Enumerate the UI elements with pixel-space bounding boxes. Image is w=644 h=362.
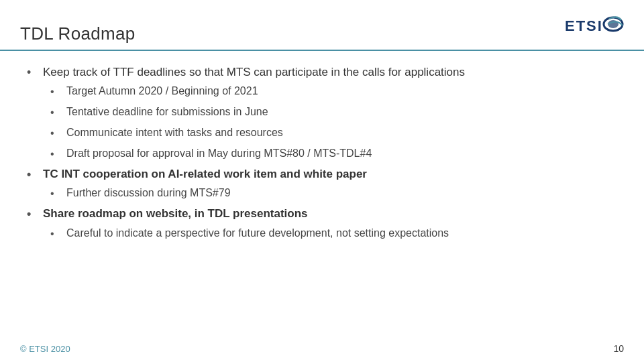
sub-1-4-text: Draft proposal for approval in May durin…: [66, 146, 372, 161]
bullet-1-sub-4: • Draft proposal for approval in May dur…: [50, 146, 617, 162]
bullet-1: • Keep track of TTF deadlines so that MT…: [27, 64, 617, 81]
bullet-dot-3: •: [27, 206, 39, 223]
bullet-3: • Share roadmap on website, in TDL prese…: [27, 206, 617, 223]
sub-1-2-text: Tentative deadline for submissions in Ju…: [66, 105, 268, 119]
slide-container: TDL Roadmap ETSI • Keep track of TTF dea…: [0, 0, 644, 362]
sub-dot-1-1: •: [50, 84, 62, 100]
copyright-text: © ETSI 2020: [20, 344, 70, 354]
bullet-1-sub-2: • Tentative deadline for submissions in …: [50, 105, 617, 121]
bullet-dot-1: •: [27, 64, 39, 81]
etsi-logo: ETSI: [564, 12, 624, 42]
slide-header: TDL Roadmap ETSI: [0, 0, 644, 51]
page-number: 10: [613, 343, 624, 354]
bullet-2-text: TC INT cooperation on AI-related work it…: [43, 166, 367, 182]
sub-dot-3-1: •: [50, 226, 62, 242]
sub-dot-1-4: •: [50, 146, 62, 162]
slide-content: • Keep track of TTF deadlines so that MT…: [0, 51, 644, 253]
bullet-3-text: Share roadmap on website, in TDL present…: [43, 206, 308, 222]
bullet-1-text: Keep track of TTF deadlines so that MTS …: [43, 64, 465, 80]
sub-1-3-text: Communicate intent with tasks and resour…: [66, 125, 283, 140]
bullet-2: • TC INT cooperation on AI-related work …: [27, 166, 617, 183]
sub-2-1-text: Further discussion during MTS#79: [66, 186, 231, 200]
sub-3-1-text: Careful to indicate a perspective for fu…: [66, 226, 449, 241]
logo-area: ETSI: [564, 12, 624, 42]
slide-footer: © ETSI 2020 10: [20, 343, 624, 354]
bullet-2-sub-1: • Further discussion during MTS#79: [50, 186, 617, 202]
bullet-1-sub-1: • Target Autumn 2020 / Beginning of 2021: [50, 84, 617, 100]
bullet-dot-2: •: [27, 166, 39, 183]
sub-dot-2-1: •: [50, 186, 62, 202]
sub-1-1-text: Target Autumn 2020 / Beginning of 2021: [66, 84, 258, 99]
svg-text:ETSI: ETSI: [565, 17, 603, 34]
page-title: TDL Roadmap: [20, 23, 135, 44]
sub-dot-1-3: •: [50, 125, 62, 141]
bullet-1-sub-3: • Communicate intent with tasks and reso…: [50, 125, 617, 141]
bullet-3-sub-1: • Careful to indicate a perspective for …: [50, 226, 617, 242]
sub-dot-1-2: •: [50, 105, 62, 121]
